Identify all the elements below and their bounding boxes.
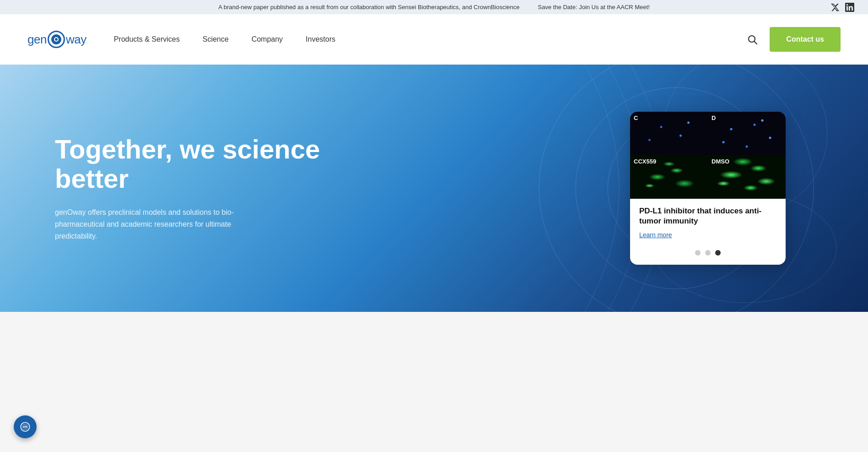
card-cell-c: C xyxy=(630,112,708,155)
hero-section: Together, we science better genOway offe… xyxy=(0,65,868,312)
logo[interactable]: gen way xyxy=(27,31,86,48)
cell-label-ccx: CCX559 xyxy=(634,158,656,165)
header-right: Contact us xyxy=(744,27,841,52)
card-learn-more-link[interactable]: Learn more xyxy=(639,231,672,239)
card-cell-ccx: CCX559 xyxy=(630,155,708,199)
below-hero xyxy=(0,312,868,358)
contact-button[interactable]: Contact us xyxy=(770,27,841,52)
hero-content: Together, we science better genOway offe… xyxy=(55,135,329,242)
twitter-icon[interactable] xyxy=(830,3,840,12)
card-body: PD-L1 inhibitor that induces anti-tumor … xyxy=(630,199,786,243)
hero-card-area: C D CCX559 DMSO PD-L1 inhibitor that ind… xyxy=(630,112,786,265)
main-header: gen way Products & Services Science Comp… xyxy=(0,14,868,65)
logo-text-gen: gen xyxy=(27,33,47,47)
social-icons xyxy=(830,3,854,12)
cell-label-d: D xyxy=(712,114,716,121)
pagination-dot-2[interactable] xyxy=(705,250,711,256)
nav-investors[interactable]: Investors xyxy=(306,35,335,44)
nav-products-services[interactable]: Products & Services xyxy=(114,35,180,44)
logo-circle xyxy=(48,31,65,48)
hero-subtitle: genOway offers preclinical models and so… xyxy=(55,207,247,242)
pagination-dot-3[interactable] xyxy=(715,250,721,256)
search-button[interactable] xyxy=(744,31,760,48)
card-cell-dmso: DMSO xyxy=(708,155,786,199)
hero-title: Together, we science better xyxy=(55,135,329,193)
logo-text-way: way xyxy=(66,33,86,47)
hero-card: C D CCX559 DMSO PD-L1 inhibitor that ind… xyxy=(630,112,786,265)
announcement-text-1: A brand-new paper published as a result … xyxy=(218,4,519,11)
svg-line-1 xyxy=(755,42,757,44)
card-title: PD-L1 inhibitor that induces anti-tumor … xyxy=(639,206,776,226)
nav-science[interactable]: Science xyxy=(203,35,229,44)
main-nav: Products & Services Science Company Inve… xyxy=(114,35,744,44)
search-icon xyxy=(747,34,758,45)
hero-background-pattern xyxy=(347,65,868,312)
announcement-bar: A brand-new paper published as a result … xyxy=(0,0,868,14)
announcement-text-2: Save the Date: Join Us at the AACR Meet! xyxy=(538,4,650,11)
nav-company[interactable]: Company xyxy=(252,35,283,44)
linkedin-icon[interactable] xyxy=(845,3,854,12)
cell-label-dmso: DMSO xyxy=(712,158,729,165)
pagination-dot-1[interactable] xyxy=(695,250,701,256)
cell-label-c: C xyxy=(634,114,638,121)
card-pagination-dots xyxy=(630,250,786,256)
card-image-grid: C D CCX559 DMSO xyxy=(630,112,786,199)
card-cell-d: D xyxy=(708,112,786,155)
